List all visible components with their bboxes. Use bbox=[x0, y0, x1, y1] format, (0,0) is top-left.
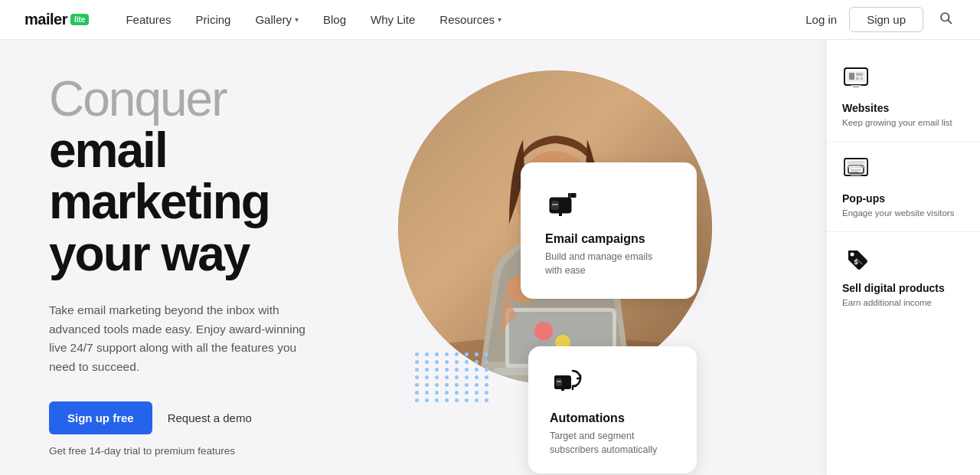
automations-card: Automations Target and segment subscribe… bbox=[528, 346, 697, 473]
svg-rect-36 bbox=[847, 161, 865, 164]
email-campaigns-desc: Build and manage emails with ease bbox=[545, 251, 672, 277]
email-campaigns-title: Email campaigns bbox=[545, 232, 672, 246]
digital-icon: $ bbox=[842, 244, 870, 277]
automations-icon bbox=[550, 363, 675, 404]
hero-heading-bold-line1: email marketing bbox=[49, 125, 375, 228]
svg-rect-18 bbox=[552, 204, 558, 205]
svg-point-43 bbox=[851, 253, 854, 257]
svg-rect-21 bbox=[559, 210, 562, 216]
svg-rect-42 bbox=[851, 175, 861, 177]
hero-heading: Conquer email marketing your way bbox=[49, 74, 375, 280]
hero-right: Email campaigns Build and manage emails … bbox=[375, 40, 980, 475]
svg-text:$: $ bbox=[854, 258, 858, 266]
search-icon bbox=[939, 11, 952, 25]
signup-button[interactable]: Sign up bbox=[849, 7, 923, 32]
main-content: Conquer email marketing your way Take em… bbox=[0, 40, 980, 475]
digital-title: Sell digital products bbox=[842, 282, 945, 294]
svg-rect-40 bbox=[851, 171, 858, 172]
svg-rect-19 bbox=[568, 193, 570, 202]
nav-whylite[interactable]: Why Lite bbox=[371, 13, 415, 26]
nav-blog[interactable]: Blog bbox=[323, 13, 346, 26]
popups-icon bbox=[842, 155, 870, 188]
popups-desc: Engage your website visitors bbox=[842, 208, 954, 220]
svg-rect-33 bbox=[851, 85, 861, 87]
svg-rect-41 bbox=[861, 165, 863, 167]
svg-rect-20 bbox=[570, 193, 577, 198]
panel-digital: $ Sell digital products Earn additional … bbox=[827, 232, 980, 322]
websites-icon bbox=[842, 64, 870, 97]
svg-line-1 bbox=[948, 20, 951, 23]
websites-desc: Keep growing your email list bbox=[842, 117, 952, 129]
request-demo-link[interactable]: Request a demo bbox=[168, 411, 252, 424]
nav-right: Log in Sign up bbox=[805, 7, 956, 32]
navbar: mailer lite Features Pricing Gallery ▾ B… bbox=[0, 0, 980, 40]
trial-text: Get free 14-day trial to premium feature… bbox=[49, 445, 375, 457]
svg-rect-31 bbox=[856, 77, 859, 80]
popups-title: Pop-ups bbox=[842, 192, 885, 205]
svg-rect-29 bbox=[849, 73, 854, 80]
digital-desc: Earn additional income bbox=[842, 297, 932, 310]
hero-heading-bold-line2: your way bbox=[49, 228, 375, 280]
logo-badge: lite bbox=[70, 14, 89, 25]
websites-title: Websites bbox=[842, 102, 889, 114]
signup-free-button[interactable]: Sign up free bbox=[49, 401, 152, 434]
panel-popups: Pop-ups Engage your website visitors bbox=[827, 142, 980, 233]
svg-rect-30 bbox=[856, 73, 863, 76]
nav-resources[interactable]: Resources ▾ bbox=[439, 13, 501, 26]
nav-links: Features Pricing Gallery ▾ Blog Why Lite… bbox=[126, 13, 805, 26]
resources-chevron-icon: ▾ bbox=[498, 15, 501, 24]
svg-rect-25 bbox=[557, 381, 561, 382]
hero-heading-light: Conquer bbox=[49, 74, 375, 125]
right-panel: Websites Keep growing your email list bbox=[827, 40, 980, 475]
nav-pricing[interactable]: Pricing bbox=[196, 13, 231, 26]
login-link[interactable]: Log in bbox=[805, 13, 837, 26]
automations-desc: Target and segment subscribers automatic… bbox=[550, 430, 675, 457]
nav-features[interactable]: Features bbox=[126, 13, 171, 26]
svg-rect-26 bbox=[561, 386, 564, 391]
search-icon-button[interactable] bbox=[936, 8, 956, 31]
hero-subtext: Take email marketing beyond the inbox wi… bbox=[49, 301, 325, 377]
svg-rect-34 bbox=[853, 87, 859, 88]
hero-buttons: Sign up free Request a demo bbox=[49, 401, 375, 434]
logo-text: mailer bbox=[24, 11, 67, 28]
email-campaigns-card: Email campaigns Build and manage emails … bbox=[521, 162, 697, 299]
panel-websites: Websites Keep growing your email list bbox=[827, 52, 980, 142]
dots-grid-decoration bbox=[415, 352, 491, 402]
hero-left: Conquer email marketing your way Take em… bbox=[0, 40, 375, 475]
logo[interactable]: mailer lite bbox=[24, 11, 89, 28]
svg-point-12 bbox=[534, 322, 553, 340]
gallery-chevron-icon: ▾ bbox=[295, 15, 299, 24]
automations-title: Automations bbox=[550, 411, 675, 425]
svg-rect-39 bbox=[851, 169, 861, 171]
mailbox-icon bbox=[545, 184, 672, 224]
svg-rect-32 bbox=[861, 77, 863, 80]
nav-gallery[interactable]: Gallery ▾ bbox=[255, 13, 299, 26]
